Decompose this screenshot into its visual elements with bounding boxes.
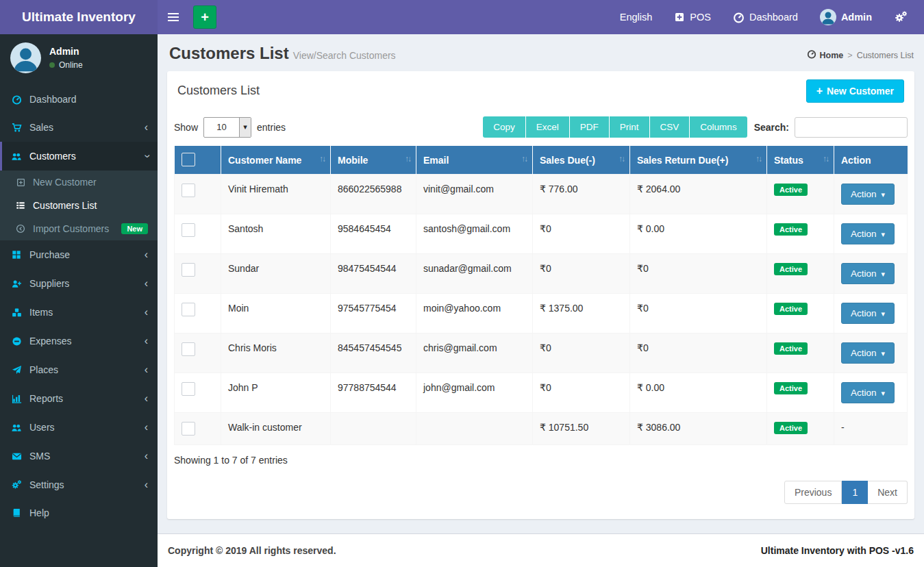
gears-icon xyxy=(10,479,23,490)
sidebar-item-users[interactable]: Users xyxy=(0,413,158,442)
page-length-select[interactable]: 10 xyxy=(203,117,251,138)
sales-return-due: ₹0 xyxy=(630,333,767,373)
sidebar-toggle-button[interactable] xyxy=(158,0,189,34)
sort-icon xyxy=(756,154,761,164)
search-input[interactable] xyxy=(795,117,908,138)
chevron-left-icon xyxy=(145,277,148,290)
sales-due: ₹ 10751.50 xyxy=(533,413,630,445)
chevron-left-icon xyxy=(145,392,148,405)
sales-due: ₹0 xyxy=(533,254,630,294)
sidebar-item-sms[interactable]: SMS xyxy=(0,442,158,470)
user-status: Online xyxy=(49,60,83,70)
quick-add-button[interactable]: + xyxy=(193,5,216,29)
language-menu[interactable]: English xyxy=(609,0,664,34)
sidebar-item-purchase[interactable]: Purchase xyxy=(0,240,158,269)
copyright-text: Copyright © 2019 All rights reserved. xyxy=(168,545,336,556)
breadcrumb: Home > Customers List xyxy=(807,49,914,61)
csv-button[interactable]: CSV xyxy=(650,116,690,138)
app-logo[interactable]: Ultimate Inventory xyxy=(0,0,158,34)
customers-submenu: New Customer Customers List Import Custo… xyxy=(0,171,158,240)
book-icon xyxy=(10,508,23,518)
chevron-left-icon xyxy=(145,335,148,347)
sidebar-item-expenses[interactable]: Expenses xyxy=(0,327,158,355)
action-dropdown-button[interactable]: Action xyxy=(841,184,895,205)
action-dropdown-button[interactable]: Action xyxy=(841,223,895,244)
customer-mobile: 97788754544 xyxy=(331,373,416,413)
content-header: Customers ListView/Search Customers Home… xyxy=(158,34,924,71)
caret-down-icon xyxy=(882,189,886,199)
customer-email: john@gmail.com xyxy=(416,373,533,413)
row-checkbox[interactable] xyxy=(182,382,195,396)
column-header-email[interactable]: Email xyxy=(416,146,533,175)
sidebar-item-places[interactable]: Places xyxy=(0,355,158,384)
sidebar-item-help[interactable]: Help xyxy=(0,499,158,527)
status-badge: Active xyxy=(774,382,808,394)
row-checkbox[interactable] xyxy=(182,342,195,356)
customer-email: moin@yahoo.com xyxy=(416,294,533,333)
sales-due: ₹0 xyxy=(533,214,630,254)
column-header-status[interactable]: Status xyxy=(767,146,834,175)
action-dropdown-button[interactable]: Action xyxy=(841,263,895,284)
list-icon xyxy=(15,201,26,210)
sidebar-item-suppliers[interactable]: Suppliers xyxy=(0,269,158,298)
sidebar-item-import-customers[interactable]: Import Customers New xyxy=(0,217,158,240)
sidebar-item-items[interactable]: Items xyxy=(0,298,158,327)
table-row: Moin 97545775454 moin@yahoo.com ₹ 1375.0… xyxy=(175,294,908,333)
pdf-button[interactable]: PDF xyxy=(570,116,610,138)
pagination-previous-button[interactable]: Previous xyxy=(784,481,842,504)
row-checkbox[interactable] xyxy=(182,263,195,277)
select-all-checkbox[interactable] xyxy=(182,153,195,166)
sidebar-item-reports[interactable]: Reports xyxy=(0,384,158,413)
sidebar-item-customers[interactable]: Customers xyxy=(0,142,158,171)
column-header-customer-name[interactable]: Customer Name xyxy=(221,146,331,175)
print-button[interactable]: Print xyxy=(610,116,650,138)
dashboard-icon xyxy=(807,49,816,61)
column-header-mobile[interactable]: Mobile xyxy=(331,146,416,175)
cubes-icon xyxy=(10,307,23,318)
pos-link[interactable]: POS xyxy=(663,0,722,34)
caret-down-icon xyxy=(882,348,886,358)
row-checkbox[interactable] xyxy=(182,184,195,197)
pagination-page-1-button[interactable]: 1 xyxy=(842,481,868,504)
cart-icon xyxy=(10,123,23,133)
sidebar-item-dashboard[interactable]: Dashboard xyxy=(0,86,158,113)
action-dropdown-button[interactable]: Action xyxy=(841,303,895,324)
row-checkbox[interactable] xyxy=(182,422,195,436)
copy-button[interactable]: Copy xyxy=(483,116,526,138)
row-checkbox[interactable] xyxy=(182,303,195,316)
sales-due: ₹ 1375.00 xyxy=(533,294,630,333)
excel-button[interactable]: Excel xyxy=(526,116,570,138)
row-checkbox[interactable] xyxy=(182,223,195,237)
column-header-sales-return-due[interactable]: Sales Return Due(+) xyxy=(630,146,767,175)
chevron-left-icon xyxy=(145,450,148,462)
settings-gear-icon[interactable] xyxy=(883,0,919,34)
action-dropdown-button[interactable]: Action xyxy=(841,342,895,364)
dashboard-link[interactable]: Dashboard xyxy=(722,0,809,34)
columns-button[interactable]: Columns xyxy=(690,116,747,138)
avatar xyxy=(10,42,41,73)
dashboard-icon xyxy=(733,12,745,23)
pagination-next-button[interactable]: Next xyxy=(868,481,908,504)
minus-circle-icon xyxy=(10,336,23,346)
export-button-group: Copy Excel PDF Print CSV Columns xyxy=(483,116,747,138)
select-all-header xyxy=(175,146,221,175)
user-menu[interactable]: Admin xyxy=(809,0,883,34)
customers-list-panel: Customers List + New Customer Show 10 xyxy=(167,71,914,519)
plus-square-icon xyxy=(15,178,26,187)
sales-return-due: ₹ 0.00 xyxy=(630,214,767,254)
new-customer-button[interactable]: + New Customer xyxy=(806,79,904,103)
status-badge: Active xyxy=(774,223,808,236)
chevron-left-icon xyxy=(145,479,148,491)
breadcrumb-home[interactable]: Home xyxy=(807,49,844,61)
sidebar-item-sales[interactable]: Sales xyxy=(0,113,158,142)
sidebar-item-customers-list[interactable]: Customers List xyxy=(0,194,158,217)
customer-mobile xyxy=(331,413,416,445)
customer-name: Chris Moris xyxy=(221,333,331,373)
action-dropdown-button[interactable]: Action xyxy=(841,382,895,403)
grid-icon xyxy=(10,250,23,260)
sidebar-item-new-customer[interactable]: New Customer xyxy=(0,171,158,194)
column-header-sales-due[interactable]: Sales Due(-) xyxy=(533,146,630,175)
dashboard-icon xyxy=(10,94,23,105)
arrow-circle-left-icon xyxy=(15,224,26,234)
sidebar-item-settings[interactable]: Settings xyxy=(0,470,158,499)
